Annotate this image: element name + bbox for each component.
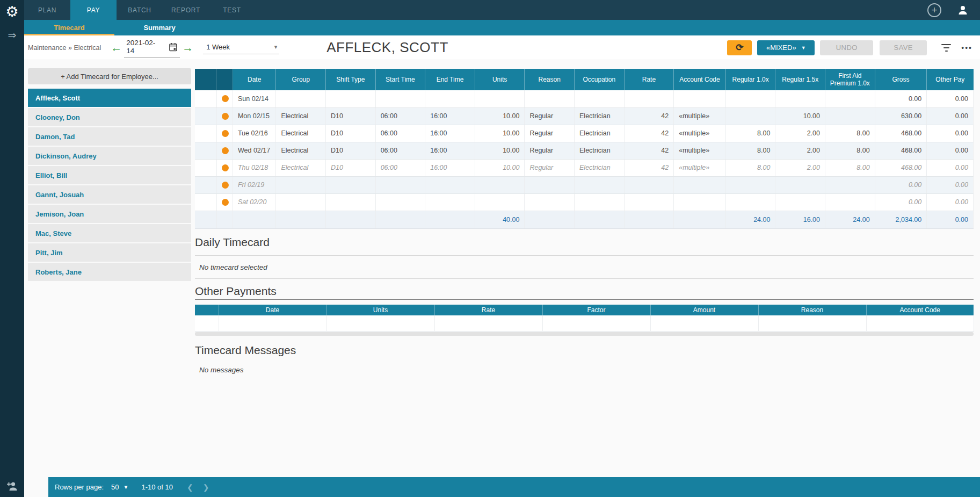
cell-reason[interactable] [525, 193, 575, 211]
timecard-row[interactable]: Thu 02/18ElectricalD1006:0016:0010.00Reg… [195, 159, 974, 176]
cell-regular_1_0x[interactable]: 8.00 [725, 125, 775, 142]
cell-first_aid_premium[interactable] [825, 193, 875, 211]
status-cell[interactable] [216, 90, 233, 107]
horizontal-scrollbar[interactable] [195, 332, 974, 336]
cell-occupation[interactable]: Electrician [575, 125, 625, 142]
cell-regular_1_0x[interactable] [725, 176, 775, 193]
cell-occupation[interactable] [575, 176, 625, 193]
cell-date[interactable]: Fri 02/19 [233, 176, 276, 193]
cell-occupation[interactable]: Electrician [575, 142, 625, 159]
timecard-row[interactable]: Sat 02/200.000.00 [195, 193, 974, 211]
cell-end_time[interactable]: 16:00 [425, 142, 475, 159]
row-select-cell[interactable] [195, 125, 216, 142]
timecard-row[interactable]: Tue 02/16ElectricalD1006:0016:0010.00Reg… [195, 125, 974, 142]
cell-start_time[interactable] [375, 90, 425, 107]
cell-regular_1_5x[interactable]: 2.00 [775, 125, 825, 142]
cell-date[interactable]: Tue 02/16 [233, 125, 276, 142]
cell-reason[interactable]: Regular [525, 159, 575, 176]
cell-account_code[interactable]: «multiple» [674, 159, 726, 176]
next-page-icon[interactable]: ❯ [203, 483, 209, 492]
cell-gross[interactable]: 468.00 [875, 159, 927, 176]
cell-group[interactable] [276, 90, 326, 107]
cell-end_time[interactable]: 16:00 [425, 125, 475, 142]
expand-menu-icon[interactable]: ⇒ [0, 28, 24, 42]
nav-tab-batch[interactable]: BATCH [117, 0, 163, 20]
cell-regular_1_0x[interactable]: 8.00 [725, 159, 775, 176]
previous-page-icon[interactable]: ❮ [187, 483, 193, 492]
next-period-arrow-icon[interactable]: → [182, 41, 193, 54]
cell-shift_type[interactable] [326, 193, 376, 211]
cell-start_time[interactable]: 06:00 [375, 159, 425, 176]
nav-tab-plan[interactable]: PLAN [24, 0, 70, 20]
status-cell[interactable] [216, 176, 233, 193]
cell-regular_1_5x[interactable]: 2.00 [775, 159, 825, 176]
cell-occupation[interactable] [575, 90, 625, 107]
add-circle-icon[interactable]: + [927, 3, 941, 17]
timecard-row[interactable]: Mon 02/15ElectricalD1006:0016:0010.00Reg… [195, 107, 974, 125]
employee-item[interactable]: Elliot, Bill [28, 166, 191, 185]
filter-icon[interactable] [941, 44, 952, 52]
cell-regular_1_5x[interactable] [775, 176, 825, 193]
cell-regular_1_0x[interactable] [725, 107, 775, 125]
cell-rate[interactable] [624, 176, 674, 193]
employee-item[interactable]: Roberts, Jane [28, 263, 191, 282]
cell-regular_1_5x[interactable]: 10.00 [775, 107, 825, 125]
row-select-cell[interactable] [195, 159, 216, 176]
rows-per-page-select[interactable]: 50 ▼ [111, 483, 128, 491]
cell-shift_type[interactable]: D10 [326, 159, 376, 176]
timecard-row[interactable]: Fri 02/190.000.00 [195, 176, 974, 193]
cell-start_time[interactable]: 06:00 [375, 107, 425, 125]
cell-reason[interactable] [525, 90, 575, 107]
cell-date[interactable]: Sun 02/14 [233, 90, 276, 107]
person-add-icon[interactable] [0, 479, 24, 493]
cell-units[interactable]: 10.00 [475, 159, 525, 176]
cell-end_time[interactable] [425, 90, 475, 107]
cell-shift_type[interactable]: D10 [326, 107, 376, 125]
cell-regular_1_0x[interactable] [725, 193, 775, 211]
cell-units[interactable]: 10.00 [475, 107, 525, 125]
row-select-cell[interactable] [195, 142, 216, 159]
cell-group[interactable]: Electrical [276, 125, 326, 142]
cell-units[interactable] [475, 176, 525, 193]
status-cell[interactable] [216, 107, 233, 125]
cell-date[interactable]: Wed 02/17 [233, 142, 276, 159]
cell-end_time[interactable] [425, 193, 475, 211]
cell-first_aid_premium[interactable] [825, 176, 875, 193]
cell-first_aid_premium[interactable]: 8.00 [825, 142, 875, 159]
employee-item[interactable]: Damon, Tad [28, 127, 191, 147]
cell-account_code[interactable] [674, 193, 726, 211]
date-value[interactable]: 2021-02-14 [126, 39, 163, 55]
cell-occupation[interactable]: Electrician [575, 107, 625, 125]
row-select-cell[interactable] [195, 176, 216, 193]
cell-first_aid_premium[interactable]: 8.00 [825, 159, 875, 176]
cell-first_aid_premium[interactable]: 8.00 [825, 125, 875, 142]
cell-gross[interactable]: 0.00 [875, 90, 927, 107]
cell-gross[interactable]: 0.00 [875, 193, 927, 211]
status-cell[interactable] [216, 125, 233, 142]
employee-item[interactable]: Clooney, Don [28, 108, 191, 127]
timecard-row[interactable]: Wed 02/17ElectricalD1006:0016:0010.00Reg… [195, 142, 974, 159]
period-select[interactable]: 1 Week ▾ [203, 41, 279, 54]
cell-shift_type[interactable] [326, 176, 376, 193]
cell-units[interactable]: 10.00 [475, 125, 525, 142]
cell-units[interactable] [475, 193, 525, 211]
user-account-icon[interactable] [957, 5, 968, 16]
cell-units[interactable]: 10.00 [475, 142, 525, 159]
cell-first_aid_premium[interactable] [825, 90, 875, 107]
cell-gross[interactable]: 630.00 [875, 107, 927, 125]
employee-item[interactable]: Gannt, Josuah [28, 185, 191, 205]
cell-end_time[interactable]: 16:00 [425, 107, 475, 125]
cell-gross[interactable]: 468.00 [875, 142, 927, 159]
employee-item[interactable]: Dickinson, Audrey [28, 147, 191, 166]
cell-date[interactable]: Thu 02/18 [233, 159, 276, 176]
cell-group[interactable]: Electrical [276, 159, 326, 176]
cell-rate[interactable]: 42 [624, 159, 674, 176]
status-cell[interactable] [216, 193, 233, 211]
cell-regular_1_5x[interactable]: 2.00 [775, 142, 825, 159]
cell-other_pay[interactable]: 0.00 [927, 193, 974, 211]
cell-reason[interactable] [525, 176, 575, 193]
row-select-cell[interactable] [195, 90, 216, 107]
cell-rate[interactable] [624, 193, 674, 211]
cell-gross[interactable]: 0.00 [875, 176, 927, 193]
sub-tab-timecard[interactable]: Timecard [24, 20, 114, 35]
